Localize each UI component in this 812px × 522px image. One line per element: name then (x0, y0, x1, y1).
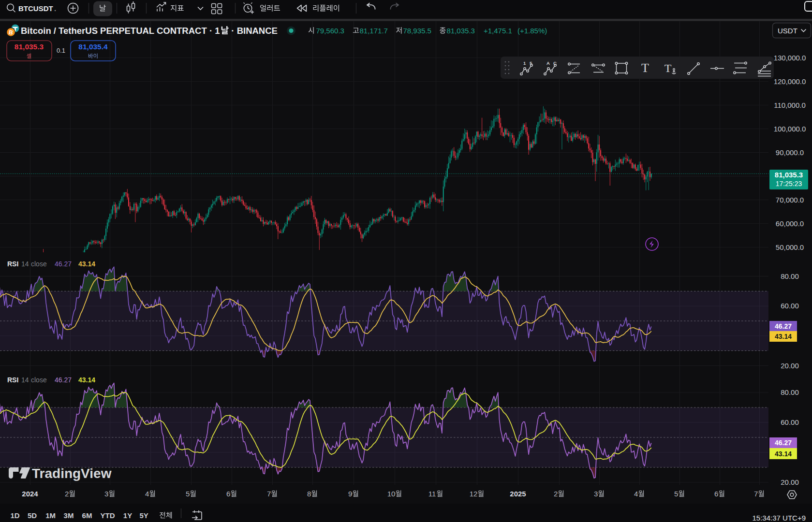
svg-text:60.00: 60.00 (781, 418, 799, 426)
svg-text:81,035.3: 81,035.3 (15, 43, 44, 51)
svg-text:10: 10 (387, 490, 396, 498)
svg-text:46.27: 46.27 (55, 376, 72, 384)
svg-text:20.00: 20.00 (781, 362, 799, 370)
svg-text:RSI: RSI (7, 260, 18, 268)
svg-text:43.14: 43.14 (775, 450, 792, 458)
svg-text:2: 2 (554, 490, 558, 498)
svg-text:6M: 6M (82, 511, 92, 520)
svg-text:120,000.0: 120,000.0 (774, 77, 806, 86)
svg-text:A: A (546, 60, 550, 66)
svg-text:15:34:37 UTC+9: 15:34:37 UTC+9 (753, 514, 806, 522)
svg-text:T: T (664, 62, 672, 74)
svg-text:50,000.0: 50,000.0 (776, 243, 804, 251)
svg-text:81,171.7: 81,171.7 (360, 27, 388, 35)
svg-text:1M: 1M (45, 511, 56, 520)
svg-text:· BINANCE: · BINANCE (231, 26, 278, 36)
svg-text:2024: 2024 (22, 490, 38, 498)
svg-text:5: 5 (186, 490, 190, 498)
svg-text:3: 3 (104, 490, 108, 498)
svg-text:1: 1 (523, 60, 526, 66)
svg-text:T: T (641, 61, 649, 75)
svg-text:46.27: 46.27 (775, 322, 792, 330)
svg-text:130,000.0: 130,000.0 (774, 54, 806, 62)
svg-text:5D: 5D (28, 511, 37, 520)
svg-text:3: 3 (594, 490, 598, 498)
svg-text:60.00: 60.00 (781, 302, 799, 310)
svg-text:2: 2 (65, 490, 69, 498)
svg-text:100,000.0: 100,000.0 (774, 125, 806, 133)
svg-text:Bitcoin / TetherUS PERPETUAL C: Bitcoin / TetherUS PERPETUAL CONTRACT · … (21, 26, 220, 36)
svg-text:1D: 1D (10, 511, 19, 520)
svg-text:close: close (31, 260, 47, 268)
svg-text:C: C (553, 60, 557, 66)
svg-text:5Y: 5Y (139, 511, 148, 520)
svg-text:43.14: 43.14 (775, 333, 792, 340)
svg-text:81,035.4: 81,035.4 (78, 43, 108, 51)
svg-text:46.27: 46.27 (775, 439, 792, 447)
svg-text:80.00: 80.00 (781, 272, 799, 280)
svg-text:8: 8 (307, 490, 311, 498)
svg-text:5: 5 (674, 490, 678, 498)
svg-text:20.00: 20.00 (781, 478, 799, 486)
svg-text:79,560.3: 79,560.3 (316, 27, 344, 35)
svg-text:78,935.5: 78,935.5 (403, 27, 431, 35)
svg-text:RSI: RSI (7, 376, 18, 384)
svg-text:3M: 3M (64, 511, 74, 520)
svg-text:7: 7 (267, 490, 271, 498)
svg-text:5: 5 (530, 60, 532, 66)
svg-text:81,035.3: 81,035.3 (775, 171, 803, 179)
svg-text:43.14: 43.14 (78, 260, 95, 268)
svg-text:12: 12 (470, 490, 478, 498)
svg-text:90,000.0: 90,000.0 (776, 148, 804, 157)
svg-text:80.00: 80.00 (781, 388, 799, 396)
svg-text:43.14: 43.14 (78, 376, 95, 384)
svg-text:.: . (54, 4, 56, 13)
svg-text:14: 14 (21, 260, 29, 268)
svg-text:+1,475.1: +1,475.1 (484, 27, 512, 35)
svg-text:4: 4 (145, 490, 149, 498)
svg-text:TradingView: TradingView (32, 466, 112, 481)
svg-text:17:25:23: 17:25:23 (776, 180, 802, 188)
svg-text:60,000.0: 60,000.0 (776, 219, 804, 228)
svg-text:2025: 2025 (510, 490, 526, 498)
svg-text:14: 14 (21, 376, 29, 384)
svg-text:6: 6 (714, 490, 718, 498)
svg-text:YTD: YTD (101, 511, 115, 520)
svg-text:81,035.3: 81,035.3 (447, 27, 475, 35)
svg-text:9: 9 (348, 490, 352, 498)
svg-text:7: 7 (754, 490, 758, 498)
svg-text:6: 6 (226, 490, 230, 498)
svg-text:USDT: USDT (778, 27, 797, 35)
svg-text:1Y: 1Y (123, 511, 132, 520)
svg-text:(+1.85%): (+1.85%) (517, 27, 547, 35)
svg-text:70,000.0: 70,000.0 (776, 196, 804, 204)
svg-text:BTCUSDT: BTCUSDT (18, 4, 53, 13)
svg-text:11: 11 (428, 490, 436, 498)
svg-text:close: close (31, 376, 47, 384)
svg-text:0.1: 0.1 (57, 47, 65, 54)
svg-text:4: 4 (634, 490, 638, 498)
svg-text:110,000.0: 110,000.0 (774, 101, 806, 109)
svg-text:46.27: 46.27 (55, 260, 72, 268)
